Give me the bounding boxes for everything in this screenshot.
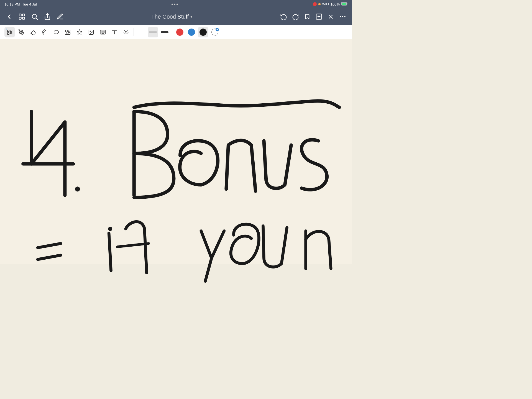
svg-point-59 xyxy=(108,227,112,231)
svg-line-58 xyxy=(109,233,111,264)
svg-point-55 xyxy=(75,186,80,191)
canvas-area[interactable] xyxy=(0,39,352,264)
svg-line-56 xyxy=(38,244,61,248)
svg-line-57 xyxy=(38,255,61,259)
drawing-canvas[interactable] xyxy=(0,0,352,264)
